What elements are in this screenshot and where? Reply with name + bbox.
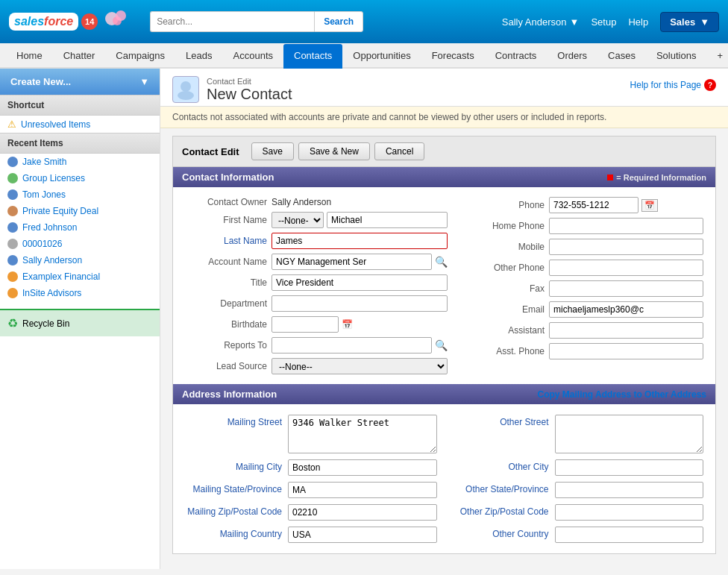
page-title: New Contact [207, 86, 292, 103]
user-name: Sally Anderson [502, 16, 567, 28]
sidebar-item-fred-johnson[interactable]: Fred Johnson [0, 219, 160, 236]
fax-row: Fax [462, 278, 703, 299]
search-button[interactable]: Search [314, 11, 363, 32]
sidebar-item-sally-anderson[interactable]: Sally Anderson [0, 252, 160, 268]
create-new-button[interactable]: Create New... ▼ [0, 69, 160, 95]
nav-campaigns[interactable]: Campaigns [105, 44, 175, 69]
mobile-input[interactable] [549, 239, 703, 255]
sidebar-item-examplex[interactable]: Examplex Financial [0, 268, 160, 285]
last-name-row: Last Name [185, 230, 448, 251]
save-new-button[interactable]: Save & New [298, 142, 370, 160]
other-zip-input[interactable] [555, 504, 704, 521]
nav-contacts[interactable]: Contacts [283, 44, 342, 69]
nav-home[interactable]: Home [6, 44, 53, 69]
nav-leads[interactable]: Leads [175, 44, 222, 69]
other-city-label: Other City [452, 459, 549, 472]
account-lookup-icon[interactable]: 🔍 [435, 256, 448, 268]
assistant-input[interactable] [549, 322, 703, 339]
header: salesforce 14 Search Sally Anderson ▼ Se… [0, 0, 728, 43]
sidebar-item-00001026[interactable]: 00001026 [0, 236, 160, 252]
mobile-row: Mobile [462, 236, 703, 257]
recycle-icon: ♻ [7, 316, 18, 330]
user-menu[interactable]: Sally Anderson ▼ [502, 16, 580, 28]
nav-chatter[interactable]: Chatter [53, 44, 106, 69]
reports-lookup-icon[interactable]: 🔍 [435, 339, 448, 351]
assistant-label: Assistant [462, 325, 545, 336]
other-country-label: Other Country [452, 527, 549, 539]
nav-forecasts[interactable]: Forecasts [421, 44, 485, 69]
mailing-zip-label: Mailing Zip/Postal Code [185, 504, 282, 517]
email-input[interactable] [549, 301, 703, 318]
phone-input[interactable] [549, 197, 638, 213]
phone-label: Phone [462, 200, 545, 210]
sidebar-item-tom-jones[interactable]: Tom Jones [0, 186, 160, 203]
sidebar-item-private-equity[interactable]: Private Equity Deal [0, 203, 160, 219]
name-prefix-select[interactable]: --None-- Mr. Ms. Dr. [272, 212, 324, 228]
last-name-label: Last Name [185, 236, 267, 246]
calendar-icon[interactable]: 📅 [342, 319, 353, 330]
lead-source-select[interactable]: --None-- Web Phone Inquiry Partner Refer… [272, 358, 448, 374]
mailing-city-input[interactable] [288, 459, 437, 476]
contact-info-header: Contact Information = Required Informati… [173, 167, 715, 187]
help-icon: ? [704, 79, 716, 91]
lead-source-row: Lead Source --None-- Web Phone Inquiry P… [185, 356, 448, 377]
mailing-city-row: Mailing City [185, 456, 437, 479]
nav-opportunities[interactable]: Opportunities [342, 44, 421, 69]
other-state-input[interactable] [555, 482, 704, 498]
sidebar-item-group-licenses[interactable]: Group Licenses [0, 170, 160, 186]
sidebar-item-insite[interactable]: InSite Advisors [0, 285, 160, 301]
logo: salesforce [9, 13, 78, 31]
nav-contracts[interactable]: Contracts [485, 44, 547, 69]
department-input[interactable] [272, 295, 448, 312]
department-label: Department [185, 298, 267, 309]
cancel-button[interactable]: Cancel [374, 142, 424, 160]
contact-icon [7, 255, 18, 265]
copy-address-link[interactable]: Copy Mailing Address to Other Address [538, 389, 706, 400]
other-phone-input[interactable] [549, 260, 703, 276]
nav-cases[interactable]: Cases [597, 44, 646, 69]
account-name-label: Account Name [185, 257, 267, 267]
sidebar-item-jake-smith[interactable]: Jake Smith [0, 154, 160, 170]
search-area: Search [150, 11, 363, 32]
other-country-input[interactable] [555, 527, 704, 543]
home-phone-input[interactable] [549, 218, 703, 234]
mailing-country-input[interactable] [288, 527, 437, 543]
title-input[interactable] [272, 274, 448, 291]
nav-solutions[interactable]: Solutions [646, 44, 706, 69]
nav-orders[interactable]: Orders [547, 44, 597, 69]
mailing-street-input[interactable]: 9346 Walker Street [288, 415, 437, 453]
mailing-state-label: Mailing State/Province [185, 482, 282, 494]
reports-to-input[interactable] [272, 337, 432, 354]
phone-cal-icon[interactable]: 📅 [641, 199, 658, 212]
setup-link[interactable]: Setup [591, 16, 616, 28]
app-switcher[interactable]: Sales ▼ [660, 12, 719, 32]
mailing-state-input[interactable] [288, 482, 437, 498]
mailing-city-label: Mailing City [185, 459, 282, 472]
last-name-input[interactable] [272, 233, 448, 249]
search-input[interactable] [150, 11, 314, 32]
header-right: Sally Anderson ▼ Setup Help Sales ▼ [502, 12, 719, 32]
fax-input[interactable] [549, 280, 703, 297]
nav-more: + ▼ [706, 44, 728, 67]
address-grid: Mailing Street 9346 Walker Street Mailin… [173, 404, 715, 553]
nav-add[interactable]: + [706, 44, 728, 69]
help-for-page-link[interactable]: Help for this Page ? [630, 79, 716, 91]
help-link[interactable]: Help [628, 16, 648, 28]
recycle-bin[interactable]: ♻ Recycle Bin [0, 309, 160, 336]
birthdate-input-group: 📅 [272, 316, 353, 333]
nav-accounts[interactable]: Accounts [223, 44, 283, 69]
asst-phone-input[interactable] [549, 343, 703, 359]
notice: Contacts not associated with accounts ar… [160, 107, 728, 128]
birthdate-input[interactable] [272, 316, 339, 333]
license-icon [7, 173, 18, 183]
first-name-input[interactable] [327, 212, 448, 228]
phone-row: Phone 📅 [462, 195, 703, 216]
other-city-input[interactable] [555, 459, 704, 476]
other-street-input[interactable] [555, 415, 704, 453]
sidebar-unresolved-items[interactable]: ⚠ Unresolved Items [0, 116, 160, 133]
mailing-zip-input[interactable] [288, 504, 437, 521]
save-button[interactable]: Save [251, 142, 294, 160]
navbar: Home Chatter Campaigns Leads Accounts Co… [0, 43, 728, 69]
account-name-input[interactable] [272, 254, 432, 270]
req-dot [607, 175, 613, 180]
